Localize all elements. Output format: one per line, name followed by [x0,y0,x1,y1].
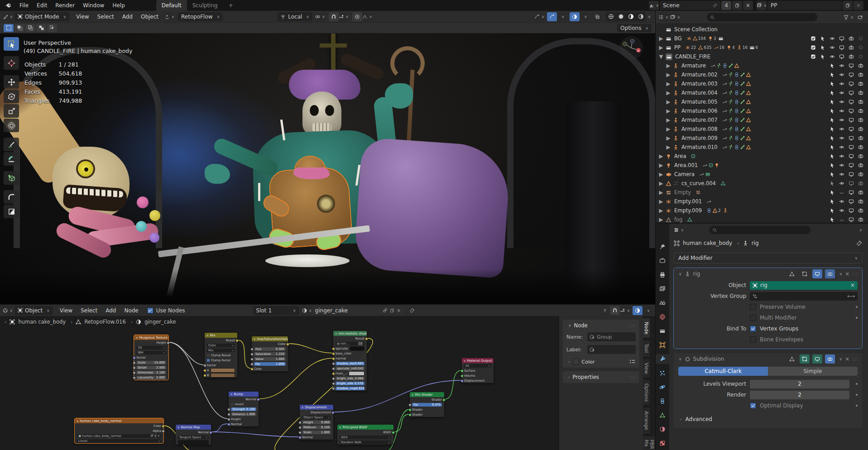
monitor-toggle-icon[interactable] [849,99,854,105]
scene-users-count[interactable]: 4 [721,1,731,10]
camera-toggle-icon[interactable] [858,153,863,159]
object-name[interactable]: Armature.010 [681,144,718,150]
properties-tab-particles[interactable] [656,368,669,378]
breadcrumb-expand-icon[interactable]: › [5,319,6,325]
collapse-icon[interactable]: ∨ [679,272,682,276]
go-parent-node-icon[interactable] [600,306,610,315]
circle-toggle-icon[interactable] [858,36,863,41]
pointer-toggle-icon[interactable] [820,45,825,50]
tool-cursor[interactable] [4,56,19,70]
check-toggle-icon[interactable] [810,54,816,59]
output-normal[interactable]: Normal [176,430,211,435]
node-field-scale[interactable]: Scale-15.000 [134,360,168,365]
object-name[interactable]: Area [674,153,686,159]
node-checkbox-clamp-result[interactable]: Clamp Result [205,353,237,358]
menu-object[interactable]: Object [137,14,163,20]
node-field-shadow-dar[interactable]: shadow_dar0.893 [333,361,367,366]
blender-logo-icon[interactable] [5,3,12,8]
overlays-dropdown-icon[interactable]: ∨ [580,12,590,21]
node-overlays-toggle-icon[interactable] [633,306,643,315]
monitor-toggle-icon[interactable] [849,144,854,150]
input-displacement[interactable]: Displacement [462,378,494,383]
pointer-toggle-icon[interactable] [830,108,835,114]
node-bsdf[interactable]: ∨Principled BSDFBSDFGGX∨Random Walk∨ [337,425,393,445]
menu-render[interactable]: Render [51,2,79,9]
outliner-row-armature[interactable]: ▶Armature [656,61,868,70]
pointer-toggle-icon[interactable] [830,99,835,105]
node-color-label[interactable]: Color [582,359,595,365]
camera-toggle-icon[interactable] [849,36,854,41]
menu-window[interactable]: Window [79,2,108,9]
properties-tab-texture[interactable] [656,438,669,448]
camera-toggle-icon[interactable] [858,181,863,186]
tool-scale[interactable] [4,104,19,118]
bone-envelopes-checkbox[interactable] [750,336,756,343]
node-header[interactable]: ∨Principled BSDF [337,425,393,430]
gizmos-dropdown-icon[interactable]: ∨ [557,12,567,21]
node-panel-title[interactable]: Node [574,322,588,329]
camera-toggle-icon[interactable] [858,72,863,77]
node-mix[interactable]: ∨MixResultColor∨Mix∨Clamp ResultClamp Fa… [205,333,237,378]
object-name[interactable]: Empty.001 [674,198,702,205]
toggle-cage-icon[interactable] [787,269,797,278]
pointer-toggle-icon[interactable] [830,90,835,96]
monitor-toggle-icon[interactable] [849,217,854,222]
node-field-midlevel[interactable]: Midlevel0.100 [300,425,333,430]
eye-toggle-icon[interactable] [839,208,844,213]
monitor-toggle-icon[interactable] [849,126,854,132]
pointer-toggle-icon[interactable] [820,54,825,59]
node-field-lacunarity[interactable]: Lacunarity2.000 [134,375,168,380]
properties-panel-collapsed[interactable]: ›Properties:::: [563,371,639,383]
circle-toggle-icon[interactable] [858,45,863,50]
toggle-editmode-icon[interactable] [800,269,810,278]
object-clear-icon[interactable]: × [850,282,855,288]
eye-toggle-icon[interactable] [839,108,844,114]
node-field-height[interactable]: Height0.000 [300,420,333,425]
expand-icon[interactable]: ▶ [666,90,671,96]
material-pin-icon[interactable] [407,306,417,315]
expand-icon[interactable]: ▶ [666,135,671,141]
eye-toggle-icon[interactable] [830,54,835,59]
monitor-toggle-icon[interactable] [849,181,854,186]
properties-tab-object-data[interactable] [656,410,669,420]
camera-toggle-icon[interactable] [858,190,863,195]
expand-icon[interactable]: ▶ [658,153,664,159]
outliner-row-empty[interactable]: ▶Empty [656,188,868,197]
select-mode-extend-icon[interactable] [14,24,24,32]
catmull-clark-button[interactable]: Catmull-Clark [678,367,768,376]
node-disp[interactable]: ∨DisplacementDisplacementObject Space∨He… [300,405,333,440]
pointer-toggle-icon[interactable] [830,190,835,195]
xray-toggle-icon[interactable] [592,12,602,21]
output-result[interactable]: Result [333,336,367,341]
expand-icon[interactable]: ▶ [666,72,671,78]
node-field-fac[interactable]: Fac0.475 [410,402,444,407]
object-name[interactable]: BG [674,35,682,42]
link-icon[interactable] [383,308,388,313]
outliner-row-armature-009[interactable]: ▶Armature.009 [656,134,868,143]
eyex-toggle-icon[interactable] [839,217,844,222]
monitor-toggle-icon[interactable] [849,208,854,213]
material-browse-icon[interactable]: ∨ [302,306,312,315]
modifier-extras-icon[interactable]: ∨ [839,357,843,361]
eye-toggle-icon[interactable] [839,63,844,68]
menu-select[interactable]: Select [77,307,101,314]
outliner-row-camera[interactable]: ▶Camera [656,170,868,179]
node-color-swatch[interactable]: A [205,368,237,373]
proportional-edit-icon[interactable] [352,12,362,21]
tool-move[interactable] [4,75,19,89]
object-name[interactable]: Area.001 [674,162,698,168]
node-field-distance[interactable]: Distance1.000 [229,412,259,416]
expand-icon[interactable]: ▶ [658,35,664,42]
camera-toggle-icon[interactable] [858,90,863,96]
node-header[interactable]: ∨Displacement [300,405,333,410]
select-mode-subtract-icon[interactable] [25,24,35,32]
camera-toggle-icon[interactable] [858,144,863,150]
outliner-row-empty-001[interactable]: ▶Empty.001 [656,197,868,206]
camera-toggle-icon[interactable] [858,126,863,132]
tool-transform[interactable] [4,119,19,132]
object-name[interactable]: Armature.008 [681,126,718,132]
eye-toggle-icon[interactable] [830,45,835,50]
eye-toggle-icon[interactable] [830,36,835,41]
camera-toggle-icon[interactable] [858,117,863,123]
camera-toggle-icon[interactable] [858,63,863,68]
